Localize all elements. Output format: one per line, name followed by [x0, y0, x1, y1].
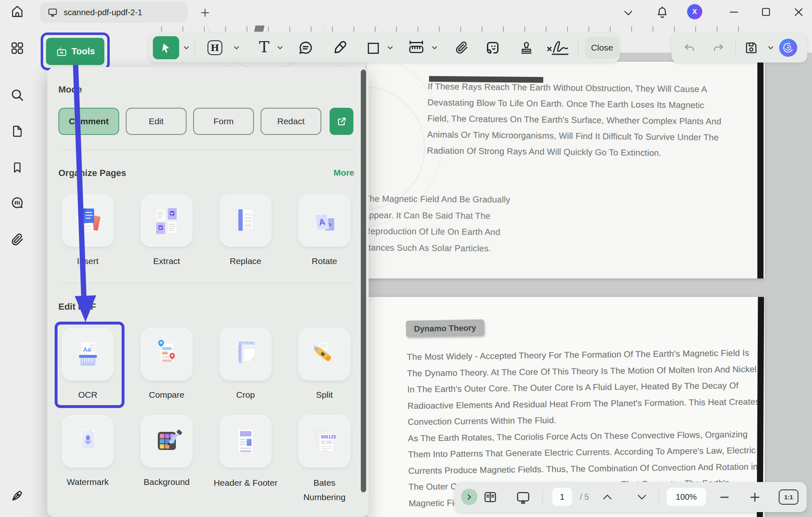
measure-tool-button[interactable]: [406, 33, 427, 63]
sidebar-item-search[interactable]: [9, 87, 25, 103]
sidebar-item-comments[interactable]: [9, 195, 25, 211]
note-bubble-icon: [297, 39, 314, 56]
page2-line9-left: The Outer C: [408, 482, 457, 491]
ai-assistant-button[interactable]: [779, 39, 797, 57]
search-icon: [10, 88, 24, 102]
mode-redact-button[interactable]: Redact: [261, 108, 321, 135]
tool-watermark[interactable]: Watermark: [62, 415, 114, 487]
save-icon: [744, 40, 759, 55]
undo-button[interactable]: [681, 33, 698, 63]
actual-size-button[interactable]: 1:1: [779, 489, 798, 505]
measure-tool-dropdown[interactable]: [431, 46, 438, 50]
toolbar-divider: [736, 40, 736, 55]
stamp-tool-button[interactable]: [518, 33, 535, 63]
tool-crop[interactable]: Crop: [219, 328, 272, 400]
presentation-mode-button[interactable]: [514, 482, 532, 512]
chevron-down-icon: [183, 46, 189, 50]
toolbar-divider: [578, 40, 578, 55]
svg-text:Aa: Aa: [83, 346, 91, 353]
paperclip-icon: [11, 233, 24, 246]
pencil-tool-button[interactable]: [330, 33, 349, 63]
new-tab-button[interactable]: [199, 7, 211, 19]
ruler-icon: [407, 39, 425, 56]
svg-text:A: A: [318, 216, 325, 227]
tool-bates-numbering[interactable]: 000123 Bates Numbering: [298, 415, 351, 504]
mode-edit-button[interactable]: Edit: [126, 108, 187, 135]
mode-form-button[interactable]: Form: [193, 108, 254, 135]
close-toolbar-button[interactable]: Close: [585, 37, 619, 59]
highlight-tool-button[interactable]: H: [205, 33, 224, 63]
zoom-in-button[interactable]: [747, 482, 762, 512]
panel-scrollbar[interactable]: [361, 70, 366, 492]
replace-icon: [229, 204, 262, 237]
highlight-tool-dropdown[interactable]: [233, 46, 240, 50]
pencil-icon: [332, 39, 348, 56]
dynamo-theory-highlight: Dynamo Theory: [406, 319, 484, 337]
save-dropdown[interactable]: [768, 46, 774, 50]
maximize-window-button[interactable]: [759, 6, 773, 18]
sidebar-item-attachments[interactable]: [9, 232, 25, 247]
notifications-button[interactable]: [655, 5, 669, 20]
sidebar-item-pages[interactable]: [9, 123, 25, 139]
minimize-window-button[interactable]: [727, 6, 740, 18]
zoom-out-button[interactable]: [717, 482, 732, 512]
home-button[interactable]: [9, 4, 25, 19]
comment-bubble-icon: [10, 196, 24, 210]
plus-icon: [200, 7, 210, 18]
sidebar-item-bookmarks[interactable]: [9, 160, 25, 175]
tool-compare[interactable]: Compare: [141, 328, 193, 400]
background-icon: [150, 425, 183, 458]
save-button[interactable]: [742, 33, 760, 63]
close-icon: [794, 7, 804, 17]
paperclip-icon: [455, 41, 469, 55]
external-link-icon: [336, 116, 347, 127]
bates-numbering-icon: 000123: [308, 425, 341, 458]
tool-rotate[interactable]: > A Rotate: [298, 195, 351, 266]
sticky-note-tool-button[interactable]: [296, 33, 315, 63]
chevron-down-icon: [277, 46, 283, 50]
collapse-toolbar-button[interactable]: [622, 7, 634, 18]
shape-tool-dropdown[interactable]: [387, 46, 393, 50]
tool-ocr[interactable]: Aa OCR: [62, 328, 114, 400]
text-tool-dropdown[interactable]: [277, 46, 283, 50]
annotation-toolbar: H T: [149, 33, 620, 63]
document-tab[interactable]: scanned-pdf-updf-2-1: [40, 2, 188, 23]
sidebar-item-thumbnails[interactable]: [9, 40, 25, 56]
highlight-icon: H: [207, 39, 223, 56]
ocr-icon: Aa: [72, 338, 104, 371]
zoom-level-input[interactable]: 100%: [667, 488, 706, 506]
page-number-input[interactable]: 1: [552, 488, 572, 506]
signature-tool-button[interactable]: [545, 33, 571, 63]
sticker-tool-button[interactable]: [483, 33, 502, 63]
tool-extract[interactable]: Extract: [141, 195, 193, 266]
sidebar-item-pen-tools[interactable]: [9, 488, 25, 503]
signature-icon: [546, 39, 570, 56]
tool-replace[interactable]: Replace: [219, 195, 272, 266]
select-tool-dropdown[interactable]: [183, 46, 189, 50]
toolbox-icon: [55, 45, 68, 58]
attach-file-tool-button[interactable]: [454, 33, 470, 63]
header-footer-icon: [229, 425, 262, 458]
watermark-icon: [72, 425, 104, 458]
close-window-button[interactable]: [791, 6, 805, 18]
open-in-new-window-button[interactable]: [330, 108, 353, 135]
organize-more-link[interactable]: More: [318, 168, 354, 178]
rotate-icon: > A: [308, 204, 341, 237]
text-tool-button[interactable]: T: [255, 33, 274, 63]
compare-icon: [150, 338, 183, 371]
tool-split[interactable]: Split: [298, 328, 351, 400]
previous-page-button[interactable]: [599, 482, 616, 512]
crop-icon: [229, 338, 262, 371]
next-page-button[interactable]: [633, 482, 651, 512]
select-tool-button[interactable]: [153, 36, 179, 59]
tool-background[interactable]: Background: [141, 415, 193, 487]
shape-tool-button[interactable]: [364, 33, 381, 63]
redo-button[interactable]: [710, 33, 727, 63]
user-avatar[interactable]: X: [687, 4, 702, 19]
expand-sidebar-button[interactable]: [461, 489, 478, 505]
minimize-icon: [729, 7, 739, 17]
tools-button[interactable]: Tools: [46, 38, 104, 65]
reading-mode-button[interactable]: [481, 482, 499, 512]
tool-header-footer[interactable]: Header & Footer: [219, 415, 272, 490]
ocr-tool-highlight: Aa OCR: [55, 322, 125, 408]
